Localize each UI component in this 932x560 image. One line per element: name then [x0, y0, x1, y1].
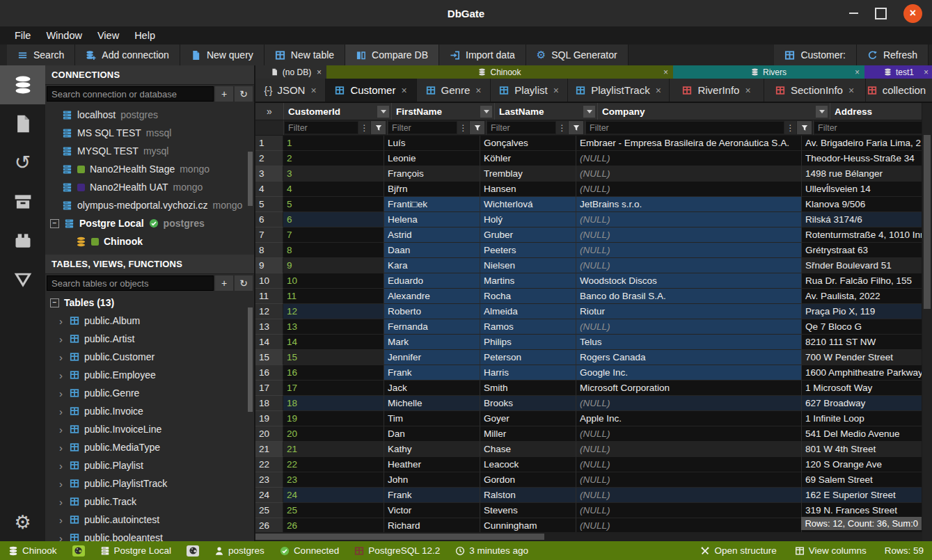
connections-scrollbar[interactable]	[248, 106, 253, 253]
grid-cell-last[interactable]: Rocha	[480, 289, 576, 304]
status-open-structure[interactable]: Open structure	[700, 545, 776, 556]
close-icon[interactable]: ×	[310, 85, 316, 96]
table-item[interactable]: ›public.Playlist	[45, 456, 254, 474]
grid-cell-last[interactable]: Goyer	[480, 411, 576, 426]
grid-cell-company[interactable]: Woodstock Discos	[576, 273, 802, 289]
close-icon[interactable]: ×	[663, 68, 668, 77]
tab-playlist[interactable]: Playlist×	[491, 79, 568, 102]
grid-cell-first[interactable]: John	[384, 472, 480, 488]
table-item[interactable]: ›public.MediaType	[45, 438, 254, 456]
grid-cell-last[interactable]: Gordon	[480, 472, 576, 488]
grid-cell-address[interactable]: Grétrystraat 63	[802, 243, 924, 258]
grid-cell-company[interactable]: Embraer - Empresa Brasileira de Aeronáut…	[576, 136, 802, 151]
sidebar-widget-settings[interactable]: ⚙	[0, 502, 45, 541]
grid-cell-company[interactable]: Rogers Canada	[576, 350, 802, 365]
grid-cell-company[interactable]: (NULL)	[576, 319, 802, 335]
grid-cell-last[interactable]: Peeters	[480, 243, 576, 258]
grid-cell-id[interactable]: 7	[283, 227, 384, 243]
grid-cell-address[interactable]: 319 N. Frances Street	[802, 503, 924, 518]
filter-menu-icon[interactable]: ⋮	[784, 121, 796, 134]
funnel-icon[interactable]	[569, 121, 583, 134]
connection-item[interactable]: Nano2Health Stagemongo	[45, 160, 254, 178]
row-number[interactable]: 3	[255, 166, 283, 182]
grid-cell-address[interactable]: 1498 rue Bélanger	[802, 166, 924, 182]
row-number[interactable]: 5	[255, 197, 283, 212]
grid-cell-id[interactable]: 12	[283, 304, 384, 319]
menu-view[interactable]: View	[90, 30, 127, 41]
status-color-badge[interactable]	[187, 545, 199, 557]
grid-cell-company[interactable]: (NULL)	[576, 243, 802, 258]
chevron-right-icon[interactable]: ›	[59, 479, 65, 489]
palette-icon[interactable]	[187, 545, 199, 557]
grid-cell-id[interactable]: 13	[283, 319, 384, 335]
filter-input-address[interactable]	[814, 122, 932, 134]
table-item[interactable]: ›public.PlaylistTrack	[45, 474, 254, 493]
grid-cell-last[interactable]: Miller	[480, 426, 576, 442]
filter-input-firstname[interactable]	[388, 122, 457, 134]
grid-cell-last[interactable]: Nielsen	[480, 258, 576, 273]
grid-cell-id[interactable]: 15	[283, 350, 384, 365]
grid-cell-last[interactable]: Almeida	[480, 304, 576, 319]
grid-cell-id[interactable]: 2	[283, 151, 384, 166]
grid-cell-first[interactable]: Alexandre	[384, 289, 480, 304]
tab-collection[interactable]: collection×	[866, 79, 932, 102]
grid-cell-first[interactable]: Astrid	[384, 227, 480, 243]
grid-cell-id[interactable]: 1	[283, 136, 384, 151]
chevron-right-icon[interactable]: ›	[59, 533, 65, 542]
grid-cell-id[interactable]: 10	[283, 273, 384, 289]
row-number[interactable]: 15	[255, 350, 283, 365]
table-item[interactable]: ›public.Track	[45, 493, 254, 511]
grid-cell-id[interactable]: 9	[283, 258, 384, 273]
filter-input-company[interactable]	[586, 122, 784, 134]
funnel-icon[interactable]	[797, 121, 812, 134]
connection-item[interactable]: MS SQL TESTmssql	[45, 124, 254, 142]
grid-cell-address[interactable]: Ullevĺlsveien 14	[802, 182, 924, 197]
tab-genre[interactable]: Genre×	[417, 79, 491, 102]
grid-cell-company[interactable]: (NULL)	[576, 518, 802, 534]
grid-cell-company[interactable]: (NULL)	[576, 182, 802, 197]
grid-cell-last[interactable]: Smith	[480, 381, 576, 396]
grid-cell-id[interactable]: 14	[283, 335, 384, 350]
grid-cell-first[interactable]: Victor	[384, 503, 480, 518]
connection-item[interactable]: −Postgre Localpostgres	[45, 214, 254, 232]
grid-cell-company[interactable]: Google Inc.	[576, 365, 802, 381]
connection-item[interactable]: Nano2Health UATmongo	[45, 178, 254, 196]
grid-cell-last[interactable]: Köhler	[480, 151, 576, 166]
grid-cell-first[interactable]: Jack	[384, 381, 480, 396]
row-number[interactable]: 9	[255, 258, 283, 273]
tab-json[interactable]: {-}JSON×	[255, 79, 326, 102]
grid-cell-first[interactable]: Daan	[384, 243, 480, 258]
grid-cell-first[interactable]: Franti□ek	[384, 197, 480, 212]
menu-window[interactable]: Window	[38, 30, 90, 41]
refresh-tables-button[interactable]: ↻	[235, 275, 253, 291]
grid-cell-address[interactable]: Sřnder Boulevard 51	[802, 258, 924, 273]
chevron-down-icon[interactable]	[816, 106, 828, 118]
tables-group[interactable]: −Tables (13)	[45, 294, 254, 312]
close-icon[interactable]: ×	[656, 85, 661, 96]
sidebar-widget-file[interactable]	[0, 104, 45, 143]
chevron-right-icon[interactable]: ›	[59, 406, 65, 417]
grid-cell-id[interactable]: 25	[283, 503, 384, 518]
grid-cell-id[interactable]: 19	[283, 411, 384, 426]
chevron-down-icon[interactable]	[480, 106, 492, 118]
menu-file[interactable]: File	[7, 30, 38, 41]
grid-cell-company[interactable]: (NULL)	[576, 258, 802, 273]
grid-cell-address[interactable]: Klanova 9/506	[802, 197, 924, 212]
row-number[interactable]: 8	[255, 243, 283, 258]
funnel-icon[interactable]	[371, 121, 386, 134]
chevron-right-icon[interactable]: ›	[59, 334, 65, 344]
close-icon[interactable]: ×	[317, 68, 322, 77]
row-number[interactable]: 26	[255, 518, 283, 534]
grid-cell-address[interactable]: Rua Dr. Falcão Filho, 155	[802, 273, 924, 289]
refresh-connections-button[interactable]: ↻	[235, 86, 253, 102]
grid-cell-address[interactable]: 8210 111 ST NW	[802, 335, 924, 350]
grid-cell-first[interactable]: Leonie	[384, 151, 480, 166]
grid-cell-id[interactable]: 21	[283, 442, 384, 457]
connections-search-input[interactable]	[47, 86, 214, 102]
filter-menu-icon[interactable]: ⋮	[457, 121, 469, 134]
grid-cell-company[interactable]: Apple Inc.	[576, 411, 802, 426]
grid-cell-last[interactable]: Hansen	[480, 182, 576, 197]
grid-cell-company[interactable]: (NULL)	[576, 442, 802, 457]
connection-item[interactable]: olympus-medportal.vychozi.czmongo	[45, 196, 254, 214]
maximize-button[interactable]	[875, 8, 887, 19]
